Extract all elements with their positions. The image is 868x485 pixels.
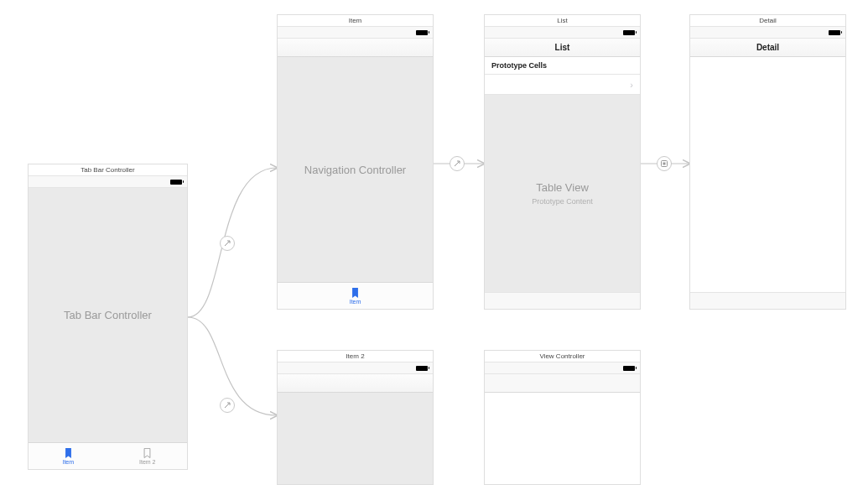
bottom-strip: [485, 292, 640, 309]
svg-rect-3: [663, 163, 666, 165]
bookmark-icon: [65, 448, 72, 458]
battery-icon: [829, 30, 840, 35]
disclosure-indicator-icon: ›: [630, 80, 633, 90]
navigation-bar: [278, 39, 433, 57]
prototype-cells-header: Prototype Cells: [485, 57, 640, 75]
battery-icon: [416, 30, 428, 35]
placeholder-label: Tab Bar Controller: [64, 309, 152, 321]
scene-navigation-controller-item[interactable]: Item Navigation Controller Item: [277, 14, 434, 310]
scene-tab-bar-controller[interactable]: Tab Bar Controller Tab Bar Controller It…: [28, 164, 188, 470]
scene-title: Detail: [690, 15, 845, 27]
nav-title: List: [555, 43, 570, 52]
navigation-bar: List: [485, 39, 640, 57]
scene-body: [278, 393, 433, 484]
prototype-cell[interactable]: ›: [485, 75, 640, 95]
status-bar: [278, 27, 433, 39]
bottom-strip: [690, 292, 845, 309]
tab-label: Item: [350, 299, 361, 305]
scene-title: Tab Bar Controller: [29, 164, 187, 176]
battery-icon: [623, 30, 635, 35]
table-view[interactable]: Prototype Cells › Table View Prototype C…: [485, 57, 640, 292]
tab-bar: Item Item 2: [29, 442, 187, 469]
scene-title: List: [485, 15, 640, 27]
scene-view-controller[interactable]: View Controller: [484, 350, 641, 485]
battery-icon: [170, 180, 182, 185]
scene-item-2[interactable]: Item 2: [277, 350, 434, 485]
navigation-bar: [278, 374, 433, 393]
tab-bar: Item: [278, 282, 433, 309]
tab-item-1[interactable]: Item: [29, 443, 108, 469]
scene-title: Item 2: [278, 351, 433, 362]
tab-item-2[interactable]: Item 2: [108, 443, 188, 469]
scene-title: Item: [278, 15, 433, 27]
status-bar: [29, 176, 187, 188]
segue-badge-relationship-icon[interactable]: [220, 398, 235, 413]
tab-label: Item 2: [139, 459, 155, 465]
navigation-bar: Detail: [690, 39, 845, 57]
tab-label: Item: [62, 459, 74, 465]
status-bar: [485, 362, 640, 374]
segue-badge-root-icon[interactable]: [450, 156, 465, 171]
battery-icon: [623, 366, 635, 371]
scene-list[interactable]: List List Prototype Cells › Table View P…: [484, 14, 641, 310]
scene-detail[interactable]: Detail Detail: [689, 14, 846, 310]
placeholder-label: Table View: [536, 181, 589, 194]
scene-body: Tab Bar Controller: [29, 188, 187, 442]
scene-title: View Controller: [485, 351, 640, 362]
segue-badge-relationship-icon[interactable]: [220, 236, 235, 251]
segue-badge-show-icon[interactable]: [657, 156, 672, 171]
nav-title: Detail: [756, 43, 779, 52]
scene-body: [485, 393, 640, 484]
status-bar: [278, 362, 433, 374]
status-bar: [690, 27, 845, 39]
tab-item-1[interactable]: Item: [350, 283, 361, 309]
bookmark-icon: [143, 448, 151, 458]
battery-icon: [416, 366, 428, 371]
placeholder-sublabel: Prototype Content: [532, 197, 593, 206]
storyboard-canvas[interactable]: Tab Bar Controller Tab Bar Controller It…: [0, 0, 868, 485]
status-bar: [485, 27, 640, 39]
navigation-bar: [485, 374, 640, 393]
placeholder-label: Navigation Controller: [304, 164, 406, 176]
bookmark-icon: [351, 288, 359, 298]
scene-body: [690, 57, 845, 292]
scene-body: Navigation Controller: [278, 57, 433, 282]
